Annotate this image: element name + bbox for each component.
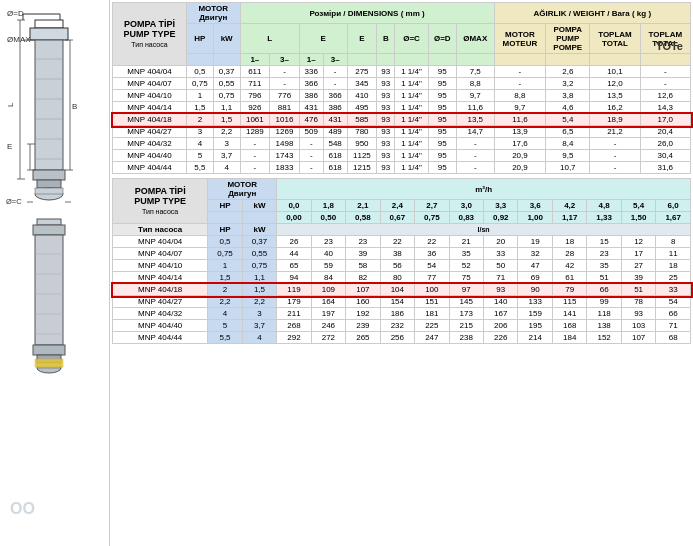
svg-rect-19 [33, 170, 65, 180]
e1-unit: 1– [299, 54, 323, 66]
max-subheader: ØMAX [456, 24, 494, 54]
table2-kw-2: 0,75 [242, 260, 276, 272]
table1-row-6-cell-10: 95 [428, 138, 456, 150]
kw-lbl2 [242, 212, 276, 224]
lsn-5: 0,83 [449, 212, 483, 224]
flow-7: 3,6 [518, 200, 552, 212]
table1-row-4-cell-3: 1061 [240, 114, 270, 126]
table1-row-4-cell-1: 2 [186, 114, 213, 126]
type-lbl: Тип насоса [113, 224, 208, 236]
table1-row-5-cell-1: 3 [186, 126, 213, 138]
w1-unit [494, 54, 546, 66]
table2-row-2: MNP 404/1010,75655958565452504742352718 [113, 260, 691, 272]
dimensions-table: POMPA TİPİPUMP TYPEТип насоса MOTORДвигу… [112, 2, 691, 174]
table1-row-1-cell-15: - [640, 78, 690, 90]
lsn-11: 1,67 [656, 212, 691, 224]
table1-row-3-cell-0: MNP 404/14 [113, 102, 187, 114]
table2-val-0-0: 26 [277, 236, 311, 248]
table1-row-6-cell-0: MNP 404/32 [113, 138, 187, 150]
table2-val-7-3: 232 [380, 320, 414, 332]
table1-row-3-cell-3: 926 [240, 102, 270, 114]
table1-row-6-cell-12: 17,6 [494, 138, 546, 150]
table1-row-0-cell-14: 10,1 [590, 66, 640, 78]
lsn-label: l/sn [277, 224, 691, 236]
svg-rect-40 [35, 359, 63, 367]
table1-row-2-cell-4: 776 [270, 90, 300, 102]
svg-rect-36 [33, 345, 65, 355]
table2-hp-3: 1,5 [208, 272, 242, 284]
table1-row-6-cell-13: 8,4 [546, 138, 590, 150]
flow-0: 0,0 [277, 200, 311, 212]
table2-model-7: MNP 404/40 [113, 320, 208, 332]
table2-row-3: MNP 404/141,51,1948482807775716961513925 [113, 272, 691, 284]
table2-val-7-4: 225 [415, 320, 449, 332]
table1-row-6-cell-14: - [590, 138, 640, 150]
table1-row-0-cell-2: 0,37 [213, 66, 240, 78]
dimensions-table-body: MNP 404/040,50,37611-336-275931 1/4"957,… [113, 66, 691, 174]
table1-row-8-cell-4: 1833 [270, 162, 300, 174]
table2-val-1-3: 38 [380, 248, 414, 260]
table2-val-0-10: 12 [621, 236, 655, 248]
hp-unit [186, 54, 213, 66]
table1-row-5-cell-4: 1269 [270, 126, 300, 138]
table1-row-3-cell-13: 4,6 [546, 102, 590, 114]
table1-row-6-cell-11: - [456, 138, 494, 150]
table2-val-8-8: 184 [552, 332, 586, 344]
brand-watermark: OO [10, 500, 35, 517]
d-unit [428, 54, 456, 66]
lsn-6: 0,92 [484, 212, 518, 224]
table1-row-3-cell-1: 1,5 [186, 102, 213, 114]
table2-val-8-6: 226 [484, 332, 518, 344]
table1-row-0-cell-15: - [640, 66, 690, 78]
table1-row-6-cell-2: 3 [213, 138, 240, 150]
table1-row-7-cell-3: - [240, 150, 270, 162]
tote-label: TOTe [656, 40, 683, 52]
table1-row-3-cell-10: 95 [428, 102, 456, 114]
table1-row-0: MNP 404/040,50,37611-336-275931 1/4"957,… [113, 66, 691, 78]
lsn-10: 1,50 [621, 212, 655, 224]
table2-val-6-10: 93 [621, 308, 655, 320]
hp-lbl3: HP [208, 224, 242, 236]
table2-val-8-7: 214 [518, 332, 552, 344]
table2-val-5-4: 151 [415, 296, 449, 308]
e-unit [347, 54, 377, 66]
table1-row-1-cell-6: - [323, 78, 347, 90]
table1-row-5-cell-6: 489 [323, 126, 347, 138]
table2-val-6-2: 192 [346, 308, 380, 320]
table1-row-3-cell-5: 431 [299, 102, 323, 114]
table1-row-4-cell-15: 17,0 [640, 114, 690, 126]
e-subheader: E [347, 24, 377, 54]
table1-row-2-cell-6: 366 [323, 90, 347, 102]
table2-row-5: MNP 404/272,22,2179164160154151145140133… [113, 296, 691, 308]
table2-val-4-4: 100 [415, 284, 449, 296]
weight-header: AĞIRLIK / WEIGHT / Вага ( kg ) [494, 3, 690, 24]
table1-row-7-cell-14: - [590, 150, 640, 162]
dimensions-header: Розміри / DIMENSIONS ( mm ) [240, 3, 494, 24]
table1-row-4-cell-8: 93 [377, 114, 395, 126]
table1-row-4-cell-7: 585 [347, 114, 377, 126]
table2-val-5-6: 140 [484, 296, 518, 308]
table2-row-1: MNP 404/070,750,554440393836353332282317… [113, 248, 691, 260]
table1-row-8-cell-14: - [590, 162, 640, 174]
svg-rect-22 [35, 188, 63, 194]
table2-val-0-9: 15 [587, 236, 621, 248]
table2-val-6-1: 197 [311, 308, 345, 320]
table1-row-2-cell-0: MNP 404/10 [113, 90, 187, 102]
table1-row-6-cell-1: 4 [186, 138, 213, 150]
l3-unit: 3– [270, 54, 300, 66]
table1-row-5-cell-5: 509 [299, 126, 323, 138]
table2-val-8-4: 247 [415, 332, 449, 344]
table2-kw-6: 3 [242, 308, 276, 320]
table2-val-0-6: 20 [484, 236, 518, 248]
table1-row-7-cell-1: 5 [186, 150, 213, 162]
table2-hp-6: 4 [208, 308, 242, 320]
table2-val-2-9: 35 [587, 260, 621, 272]
table2-val-2-11: 18 [656, 260, 691, 272]
table2-val-2-4: 54 [415, 260, 449, 272]
flow-3: 2,4 [380, 200, 414, 212]
table1-row-8-cell-9: 1 1/4" [395, 162, 428, 174]
table2-kw-8: 4 [242, 332, 276, 344]
table2-val-2-0: 65 [277, 260, 311, 272]
table1-row-8-cell-10: 95 [428, 162, 456, 174]
kw-lbl3: kW [242, 224, 276, 236]
